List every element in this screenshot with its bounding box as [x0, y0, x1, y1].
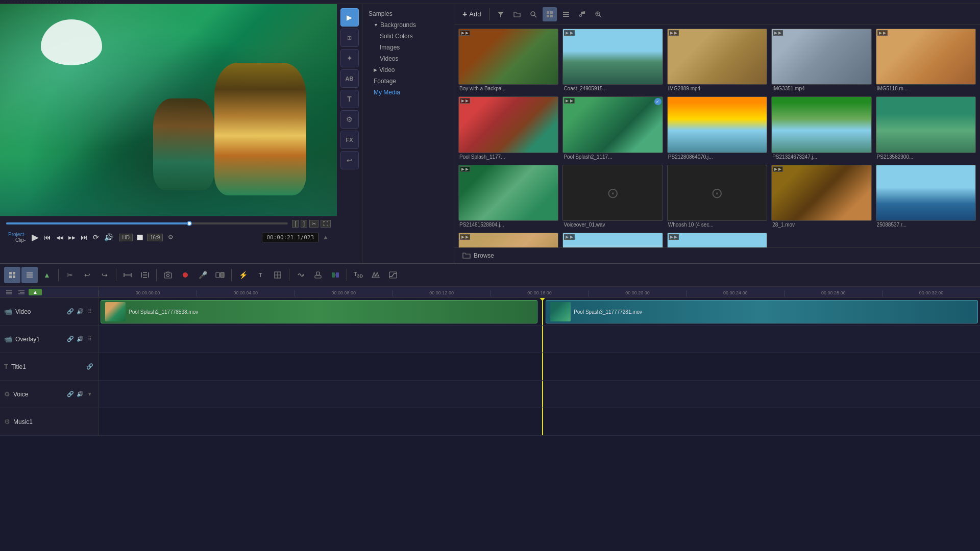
- media-item-beach[interactable]: ▶ ▶ Beach_6107102.m...: [667, 233, 767, 247]
- tl-color-button[interactable]: [368, 267, 384, 283]
- folder-button[interactable]: [510, 7, 524, 21]
- clip-pool-spash3[interactable]: Pool Spash3_117777281.mov: [546, 300, 978, 323]
- media-item-ps2[interactable]: PS21324673247.j...: [771, 96, 871, 160]
- track-voice-audio[interactable]: 🔊: [76, 390, 84, 398]
- media-item-1027421[interactable]: ▶ ▶ 1027421543-hd...: [562, 233, 663, 247]
- go-to-start-button[interactable]: ⏮: [43, 232, 52, 242]
- media-item-25088[interactable]: 25088537.r...: [876, 165, 976, 229]
- mark-out-button[interactable]: ]: [301, 220, 307, 228]
- media-item-img5118[interactable]: ▶ ▶ IMG5118.m...: [876, 29, 976, 92]
- tl-table-button[interactable]: [270, 267, 286, 283]
- media-item-whoosh[interactable]: ⊙ Whoosh 10 (4 sec...: [667, 165, 767, 229]
- tl-snapshot-button[interactable]: [160, 267, 176, 283]
- tl-text-button[interactable]: T: [252, 267, 268, 283]
- track-video-link[interactable]: 🔗: [66, 308, 75, 316]
- zoom-button[interactable]: [592, 7, 606, 21]
- scissors-button[interactable]: ✂: [309, 220, 318, 228]
- progress-bar-area[interactable]: [ ] ✂ ⛶: [4, 218, 333, 229]
- tl-expand-button[interactable]: [137, 267, 153, 283]
- progress-bar[interactable]: [6, 222, 288, 224]
- media-item-coast[interactable]: ▶ ▶ Coast_24905915...: [562, 29, 663, 92]
- track-collapse-toggle[interactable]: [16, 287, 27, 297]
- tl-speedramp-button[interactable]: [385, 267, 401, 283]
- browse-button[interactable]: Browse: [454, 247, 980, 263]
- aspect-icon: ⬜: [136, 235, 144, 240]
- sidebar-animations-btn[interactable]: ⚙: [340, 110, 359, 129]
- step-forward-button[interactable]: ▸▸: [67, 232, 77, 242]
- tl-chroma-button[interactable]: [327, 267, 344, 283]
- settings-icon[interactable]: ⚙: [168, 234, 174, 241]
- play-button[interactable]: ▶: [31, 231, 40, 244]
- sidebar-transitions-btn[interactable]: ⊞: [340, 29, 359, 47]
- sidebar-share-btn[interactable]: ↩: [340, 151, 359, 169]
- media-item-pool2[interactable]: ▶ ▶ ✓ Pool Splash2_1117...: [562, 96, 663, 160]
- sidebar-media-btn[interactable]: ▶: [340, 8, 359, 27]
- music-button[interactable]: [575, 7, 590, 21]
- grid-view-button[interactable]: [543, 7, 557, 21]
- tree-item-footage[interactable]: Footage: [362, 76, 454, 87]
- tl-scissors-button[interactable]: ✂: [62, 267, 78, 283]
- media-item-img3351[interactable]: ▶ ▶ IMG3351.mp4: [771, 29, 871, 92]
- track-video-audio[interactable]: 🔊: [76, 308, 84, 316]
- fullscreen-button[interactable]: ⛶: [321, 220, 331, 228]
- tl-fit-button[interactable]: [119, 267, 136, 283]
- tl-voice-button[interactable]: 🎤: [194, 267, 211, 283]
- add-media-button[interactable]: + Add: [458, 8, 485, 21]
- media-item-pool1[interactable]: ▶ ▶ Pool Splash_1177...: [458, 96, 558, 160]
- timecode-arrow[interactable]: ▲: [323, 234, 329, 241]
- clip-pool-splash2[interactable]: Pool Splash2_117778538.mov: [101, 300, 537, 323]
- tl-grid-button[interactable]: [4, 267, 20, 283]
- track-voice-link[interactable]: 🔗: [66, 390, 75, 398]
- tl-redo-button[interactable]: ↪: [96, 267, 113, 283]
- sidebar-effects-btn[interactable]: ✦: [340, 49, 359, 67]
- track-overlay1-audio[interactable]: 🔊: [76, 335, 84, 343]
- filter-button[interactable]: [494, 7, 508, 21]
- media-item-1027185[interactable]: ▶ ▶ 1027185152-hd...: [458, 233, 558, 247]
- project-label: Project-: [8, 232, 26, 237]
- tl-motion-button[interactable]: [292, 267, 309, 283]
- svg-rect-42: [315, 276, 321, 278]
- track-video-handle[interactable]: ⠿: [86, 308, 94, 316]
- volume-button[interactable]: 🔊: [103, 232, 114, 242]
- media-item-28[interactable]: ▶ ▶ 28_1.mov: [771, 165, 871, 229]
- tree-item-samples[interactable]: Samples: [362, 8, 454, 19]
- tl-undo-button[interactable]: ↩: [79, 267, 95, 283]
- tl-detach-audio-button[interactable]: [212, 267, 228, 283]
- track-voice-handle[interactable]: ▾: [86, 390, 94, 398]
- preview-area: [ ] ✂ ⛶ Project- Clip- ▶ ⏮ ◂◂ ▸▸ ⏭ ⟳ 🔊 H…: [0, 4, 337, 263]
- search-button[interactable]: [526, 7, 541, 21]
- tl-speed-button[interactable]: ⚡: [235, 267, 251, 283]
- media-item-ps4[interactable]: ▶ ▶ PS21481528804.j...: [458, 165, 558, 229]
- tl-record-button[interactable]: [177, 267, 193, 283]
- track-title1-link[interactable]: 🔗: [86, 363, 94, 371]
- tl-list-button[interactable]: [21, 267, 38, 283]
- sidebar-titles-btn[interactable]: AB: [340, 69, 359, 88]
- mark-in-button[interactable]: [: [292, 220, 299, 228]
- step-back-button[interactable]: ◂◂: [55, 232, 64, 242]
- track-overlay1-handle[interactable]: ⠿: [86, 335, 94, 343]
- sidebar-fx-btn[interactable]: FX: [340, 131, 359, 149]
- tree-item-my-media[interactable]: My Media: [362, 87, 454, 98]
- loop-button[interactable]: ⟳: [92, 232, 100, 242]
- tl-add-track-button[interactable]: ▲: [39, 267, 55, 283]
- media-item-voiceover[interactable]: ⊙ Voiceover_01.wav: [562, 165, 663, 229]
- list-view-button[interactable]: [559, 7, 573, 21]
- tl-stabilize-button[interactable]: [310, 267, 326, 283]
- tree-item-video[interactable]: ▶ Video: [362, 64, 454, 76]
- go-to-end-button[interactable]: ⏭: [80, 232, 89, 242]
- tl-t3d-button[interactable]: T3D: [350, 267, 366, 283]
- tree-label-footage: Footage: [374, 78, 396, 85]
- track-overlay1-link[interactable]: 🔗: [66, 335, 75, 343]
- media-item-boy-backpack[interactable]: ▶ ▶ Boy with a Backpa...: [458, 29, 558, 92]
- media-item-img2889[interactable]: ▶ ▶ IMG2889.mp4: [667, 29, 767, 92]
- track-add-button[interactable]: ▲: [29, 289, 42, 295]
- tree-item-backgrounds[interactable]: ▼ Backgrounds: [362, 19, 454, 31]
- track-list-toggle[interactable]: [4, 287, 14, 297]
- tree-item-solid-colors[interactable]: Solid Colors: [362, 31, 454, 42]
- media-item-ps3[interactable]: PS213582300...: [876, 96, 976, 160]
- sidebar-text-btn[interactable]: T: [340, 90, 359, 108]
- tl-expand-icon: [141, 271, 149, 279]
- media-item-ps1[interactable]: PS21280864070.j...: [667, 96, 767, 160]
- tree-item-videos[interactable]: Videos: [362, 53, 454, 64]
- tree-item-images[interactable]: Images: [362, 42, 454, 53]
